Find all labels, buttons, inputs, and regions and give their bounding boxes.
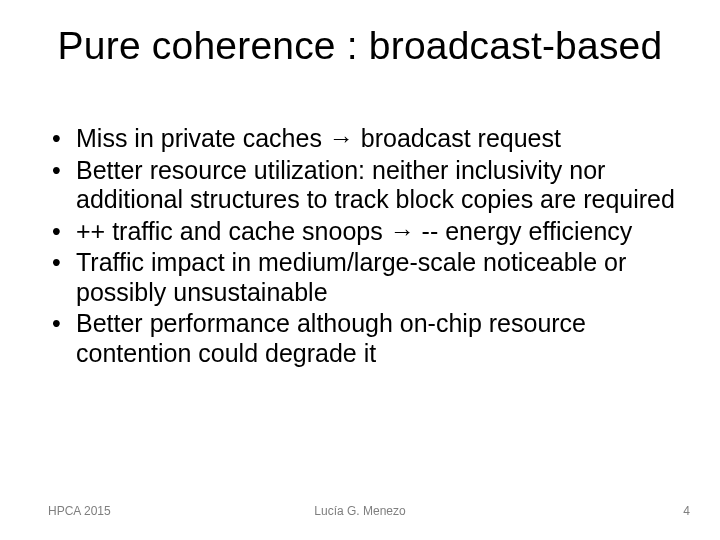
footer-page-number: 4 xyxy=(683,504,690,518)
bullet-item: Miss in private caches → broadcast reque… xyxy=(48,124,680,154)
bullet-item: Better performance although on-chip reso… xyxy=(48,309,680,368)
bullet-list: Miss in private caches → broadcast reque… xyxy=(48,124,680,368)
bullet-item: Better resource utilization: neither inc… xyxy=(48,156,680,215)
slide-body: Miss in private caches → broadcast reque… xyxy=(48,124,680,370)
slide-title: Pure coherence : broadcast-based xyxy=(0,24,720,68)
footer-center: Lucía G. Menezo xyxy=(0,504,720,518)
bullet-item: ++ traffic and cache snoops → -- energy … xyxy=(48,217,680,247)
bullet-item: Traffic impact in medium/large-scale not… xyxy=(48,248,680,307)
slide: Pure coherence : broadcast-based Miss in… xyxy=(0,0,720,540)
